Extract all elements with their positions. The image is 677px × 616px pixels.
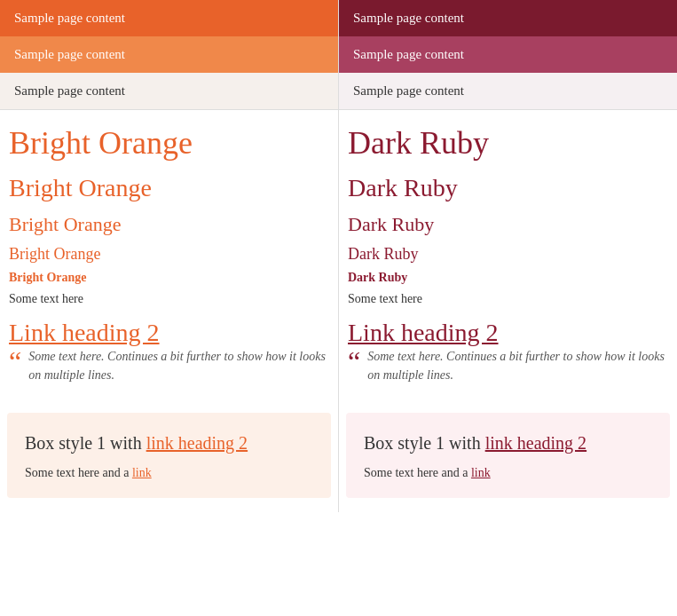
left-body-text: Some text here — [9, 292, 329, 306]
left-box-body-prefix: Some text here and a — [25, 466, 132, 479]
right-quote-mark: “ — [348, 347, 360, 375]
right-h2: Dark Ruby — [348, 174, 668, 202]
right-quote-block: “ Some text here. Continues a bit furthe… — [348, 347, 668, 384]
left-quote-block: “ Some text here. Continues a bit furthe… — [9, 347, 329, 384]
left-h3: Bright Orange — [9, 213, 329, 236]
right-h5: Dark Ruby — [348, 271, 668, 285]
left-box-prefix: Box style 1 with — [25, 433, 146, 453]
left-box-link[interactable]: link heading 2 — [146, 433, 248, 453]
left-link-heading[interactable]: Link heading 2 — [9, 319, 160, 346]
left-h2: Bright Orange — [9, 174, 329, 202]
left-bar-2: Sample page content — [0, 36, 338, 73]
left-h1: Bright Orange — [9, 124, 329, 162]
right-box-text: Box style 1 with link heading 2 — [364, 430, 652, 455]
right-content: Dark Ruby Dark Ruby Dark Ruby Dark Ruby … — [339, 110, 677, 413]
left-column: Sample page content Sample page content … — [0, 0, 338, 512]
right-inline-link[interactable]: link — [471, 466, 491, 479]
right-h1: Dark Ruby — [348, 124, 668, 162]
right-link-heading[interactable]: Link heading 2 — [348, 319, 499, 346]
right-quote-text: Some text here. Continues a bit further … — [367, 347, 668, 384]
right-bar-2: Sample page content — [339, 36, 677, 73]
left-h5: Bright Orange — [9, 271, 329, 285]
right-box-body: Some text here and a link — [364, 466, 652, 480]
left-box-text: Box style 1 with link heading 2 — [25, 430, 313, 455]
left-box-body: Some text here and a link — [25, 466, 313, 480]
right-bar-1: Sample page content — [339, 0, 677, 36]
right-bar-3: Sample page content — [339, 73, 677, 110]
left-h4: Bright Orange — [9, 245, 329, 264]
right-box: Box style 1 with link heading 2 Some tex… — [346, 413, 670, 498]
left-bar-1: Sample page content — [0, 0, 338, 36]
right-body-text: Some text here — [348, 292, 668, 306]
left-quote-mark: “ — [9, 347, 21, 375]
left-quote-text: Some text here. Continues a bit further … — [28, 347, 329, 384]
left-content: Bright Orange Bright Orange Bright Orang… — [0, 110, 338, 413]
left-bar-3: Sample page content — [0, 73, 338, 110]
left-inline-link[interactable]: link — [132, 466, 152, 479]
right-box-body-prefix: Some text here and a — [364, 466, 471, 479]
right-box-link[interactable]: link heading 2 — [485, 433, 586, 453]
left-box: Box style 1 with link heading 2 Some tex… — [7, 413, 331, 498]
right-h4: Dark Ruby — [348, 245, 668, 264]
right-column: Sample page content Sample page content … — [339, 0, 677, 512]
right-h3: Dark Ruby — [348, 213, 668, 236]
right-box-prefix: Box style 1 with — [364, 433, 485, 453]
